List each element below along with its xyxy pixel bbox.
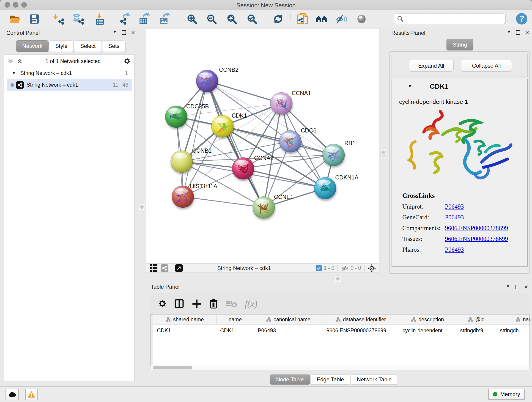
crosslink-link[interactable]: P06493 [445,203,464,210]
show-columns-icon[interactable] [174,299,184,309]
table-settings-gear-icon[interactable] [158,299,167,308]
node-CCNA1[interactable] [270,92,292,114]
float-panel-icon[interactable] [515,285,519,289]
float-panel-icon[interactable] [516,30,520,35]
gear-icon[interactable] [123,57,131,65]
birdseye-toggle-icon[interactable] [150,264,157,272]
open-in-browser-icon[interactable] [175,264,183,272]
zoom-out-button[interactable] [206,13,218,25]
cdk1-entry: ▼ CDK1 cyclin-dependent kinase 1 [392,79,528,267]
network-canvas[interactable]: CCNB2CCNA1CDC25BCDK1CDC6RB1CCNB1CCNA2CDK… [146,29,379,263]
expand-all-button[interactable]: Expand All [409,60,454,71]
table-cell[interactable]: stringdb:9... [456,325,496,336]
table-cell[interactable]: stringdb [496,325,530,336]
search-input[interactable] [404,16,500,22]
save-session-button[interactable] [28,13,40,25]
collapse-triangle-icon[interactable]: ▼ [408,84,412,89]
selected-checkbox-icon[interactable] [316,265,322,271]
table-row[interactable]: CDK1CDK1P064939606.ENSP00000378699cyclin… [153,325,530,336]
memory-button[interactable]: Memory [488,389,525,400]
crosslink-link[interactable]: 9606.ENSP00000378699 [445,225,508,232]
node-CCNE1[interactable] [253,196,275,218]
node-CDKN1A[interactable] [314,177,336,199]
expand-all-icon[interactable] [17,58,23,64]
string-share-icon[interactable] [161,264,168,272]
panel-menu-icon[interactable]: ▼ [507,30,511,36]
node-CCNA2[interactable] [232,157,254,179]
node-CCNB2[interactable] [196,70,218,92]
help-button[interactable]: ? [516,13,527,25]
export-table-button[interactable] [138,13,150,25]
hidden-eye-icon[interactable] [341,265,349,271]
bottom-divider-handle[interactable] [335,275,341,282]
column-header--id[interactable]: @id [456,314,496,325]
node-RB1[interactable] [323,144,345,166]
horizontal-scrollbar[interactable] [150,365,530,370]
zoom-selected-button[interactable] [246,13,258,25]
table-cell[interactable]: P06493 [254,325,323,336]
table-cell[interactable]: 9606.ENSP00000378699 [323,325,399,336]
float-panel-icon[interactable] [122,30,126,35]
crosslink-link[interactable]: P06493 [445,246,464,253]
column-header-database-identifier[interactable]: database identifier [323,314,399,325]
shared-column-icon [411,317,416,322]
column-header-namespace[interactable]: namespace [496,314,530,325]
collapse-all-icon[interactable] [7,58,13,64]
share-document-button[interactable] [297,13,308,25]
panel-menu-icon[interactable]: ▼ [113,30,117,36]
crosslinks-title: CrossLinks [402,192,508,199]
open-session-button[interactable] [9,13,21,25]
column-header-shared-name[interactable]: shared name [153,314,216,325]
scrollbar-thumb[interactable] [153,366,192,370]
tab-sets[interactable]: Sets [102,40,126,52]
add-column-icon[interactable] [191,299,202,309]
network-row-selected[interactable]: String Network – cdk1 11 48 [7,79,132,91]
crosslink-link[interactable]: 9606.ENSP00000378699 [445,235,508,242]
export-network-button[interactable] [119,13,131,25]
cloud-button[interactable] [6,389,19,400]
tab-edge-table[interactable]: Edge Table [310,375,350,385]
warnings-button[interactable] [25,389,38,400]
import-table-button[interactable] [94,13,106,25]
collapse-all-button[interactable]: Collapse All [461,60,512,71]
network-collection-row[interactable]: ▼ String Network – cdk1 1 [7,67,132,79]
close-panel-icon[interactable]: ✕ [524,284,528,290]
column-header-description[interactable]: description [399,314,456,325]
table-cell[interactable]: cyclin-dependent ... [399,325,456,336]
node-CCNB1[interactable] [171,151,193,172]
tab-string[interactable]: String [447,39,473,51]
column-header-name[interactable]: name [216,314,254,325]
zoom-in-button[interactable] [186,13,198,25]
table-cell[interactable]: CDK1 [216,325,254,336]
crosshair-icon[interactable] [368,264,376,272]
results-buttons-box: Expand All Collapse All [392,54,528,77]
eye-slash-button[interactable] [336,13,348,25]
node-CDC6[interactable] [279,130,301,153]
import-network-database-button[interactable] [72,13,84,25]
tab-network-table[interactable]: Network Table [351,375,398,385]
expand-triangle-icon[interactable]: ▼ [12,71,16,76]
node-CDK1[interactable] [211,115,234,137]
sphere-button[interactable] [355,13,367,25]
tab-network[interactable]: Network [16,40,49,52]
panel-menu-icon[interactable]: ▼ [506,284,510,290]
column-header-canonical-name[interactable]: canonical name [254,314,323,325]
tab-node-table[interactable]: Node Table [270,375,310,385]
tab-select[interactable]: Select [74,40,102,52]
crosslink-link[interactable]: P06493 [445,214,464,221]
houses-button[interactable] [316,13,328,25]
delete-column-icon[interactable] [209,298,218,309]
zoom-fit-button[interactable] [226,13,238,25]
node-CDC25B[interactable] [165,106,187,128]
left-divider-handle[interactable] [139,204,145,210]
right-divider-handle[interactable] [380,149,386,156]
tab-style[interactable]: Style [49,40,74,52]
close-panel-icon[interactable]: ✕ [131,30,135,36]
import-network-button[interactable] [53,13,65,25]
table-cell[interactable]: CDK1 [153,325,216,336]
export-image-button[interactable] [158,13,171,25]
close-panel-icon[interactable]: ✕ [525,30,529,36]
refresh-layout-button[interactable] [272,13,284,25]
entry-body: cyclin-dependent kinase 1 [393,95,526,265]
entry-header[interactable]: ▼ CDK1 [392,79,527,94]
